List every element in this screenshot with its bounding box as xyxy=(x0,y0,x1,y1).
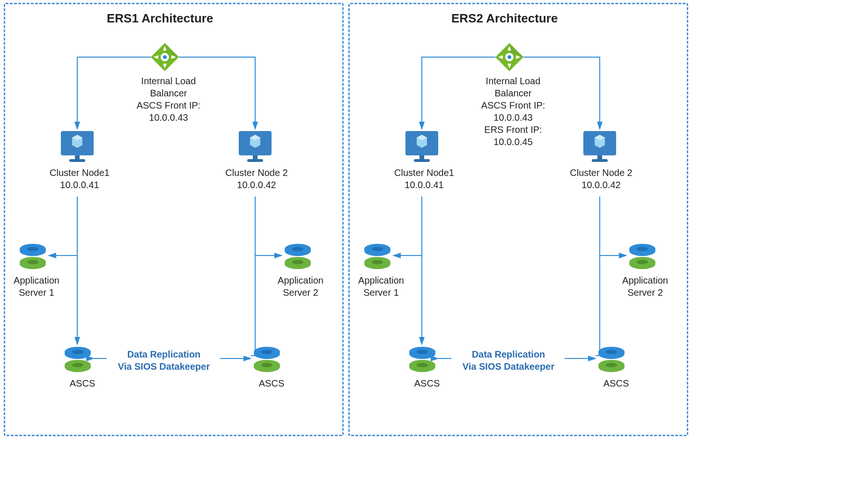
text: Data Replication xyxy=(127,349,201,359)
node1-label: Cluster Node1 10.0.0.41 xyxy=(42,167,117,191)
disc-icon xyxy=(285,244,311,269)
text: 10.0.0.42 xyxy=(581,180,620,190)
text: Cluster Node 2 xyxy=(225,168,287,178)
text: 10.0.0.43 xyxy=(493,112,532,123)
text: Server 1 xyxy=(363,287,399,298)
ascs2-label: ASCS xyxy=(253,377,290,389)
text: ERS Front IP: xyxy=(484,124,542,135)
node2-label: Cluster Node 2 10.0.0.42 xyxy=(564,167,639,191)
disc-icon xyxy=(65,347,91,372)
ers2-title: ERS2 Architecture xyxy=(451,11,558,26)
lb-label: Internal Load Balancer ASCS Front IP: 10… xyxy=(131,75,206,124)
replication-label: Data Replication Via SIOS Datakeeper xyxy=(109,348,219,373)
vm-icon xyxy=(61,131,94,162)
text: Application xyxy=(14,275,59,285)
lb-label: Internal Load Balancer ASCS Front IP: 10… xyxy=(476,75,551,148)
text: 10.0.0.45 xyxy=(493,137,532,147)
app2-label: Application Server 2 xyxy=(617,274,673,299)
text: Cluster Node 2 xyxy=(570,168,632,178)
text: Cluster Node1 xyxy=(394,168,454,178)
text: Server 1 xyxy=(19,287,54,298)
node1-label: Cluster Node1 10.0.0.41 xyxy=(387,167,462,191)
disc-icon xyxy=(20,244,46,269)
app2-label: Application Server 2 xyxy=(272,274,329,299)
text: Application xyxy=(622,275,668,285)
diagram-canvas: ERS1 Architecture xyxy=(0,0,868,497)
text: Data Replication xyxy=(472,349,545,359)
text: 10.0.0.43 xyxy=(149,112,188,123)
text: ASCS Front IP: xyxy=(137,100,201,110)
text: Internal Load xyxy=(486,76,541,86)
text: Via SIOS Datakeeper xyxy=(118,361,210,372)
text: Cluster Node1 xyxy=(50,168,110,178)
node2-label: Cluster Node 2 10.0.0.42 xyxy=(219,167,294,191)
text: 10.0.0.41 xyxy=(60,180,99,190)
load-balancer-icon xyxy=(151,43,179,71)
ascs1-label: ASCS xyxy=(64,377,101,389)
text: Application xyxy=(278,275,324,285)
text: Server 2 xyxy=(627,287,663,298)
vm-icon xyxy=(239,131,272,162)
app1-label: Application Server 1 xyxy=(8,274,65,299)
text: 10.0.0.42 xyxy=(237,180,276,190)
ascs2-label: ASCS xyxy=(597,377,635,389)
text: Balancer xyxy=(150,88,187,98)
text: ASCS Front IP: xyxy=(481,100,545,110)
text: Server 2 xyxy=(283,287,318,298)
ascs1-label: ASCS xyxy=(408,377,446,389)
text: Internal Load xyxy=(141,76,196,86)
text: Application xyxy=(358,275,404,285)
text: 10.0.0.41 xyxy=(405,180,443,190)
text: Via SIOS Datakeeper xyxy=(463,361,554,372)
text: Balancer xyxy=(495,88,532,98)
disc-icon xyxy=(254,347,280,372)
app1-label: Application Server 1 xyxy=(353,274,409,299)
replication-label: Data Replication Via SIOS Datakeeper xyxy=(453,348,564,373)
